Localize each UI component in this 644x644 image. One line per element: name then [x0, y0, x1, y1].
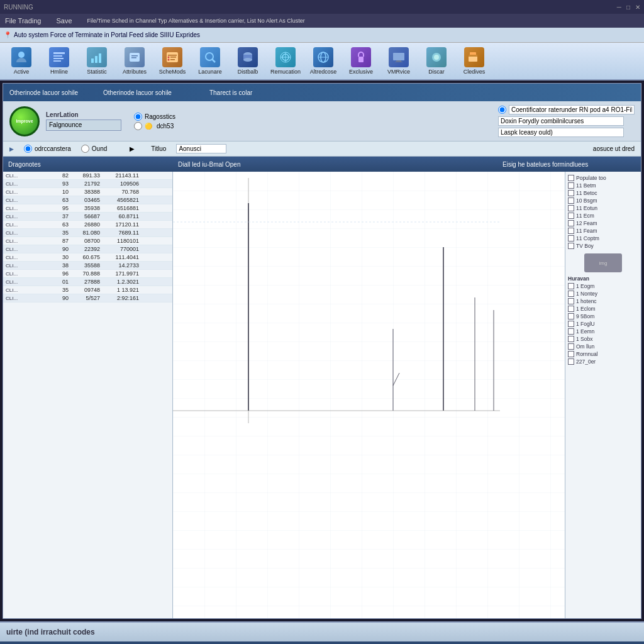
panel-title-right: Tharect is colar — [209, 89, 252, 96]
list-item[interactable]: 10 Bsgm — [568, 197, 638, 204]
right-option-1 — [498, 105, 635, 114]
sub-filter-label1: Titluo — [151, 145, 166, 152]
table-row[interactable]: CLI... 90 22392 770001 — [3, 245, 172, 253]
maximize-btn[interactable]: □ — [626, 4, 630, 11]
list-item[interactable]: 11 Betm — [568, 182, 638, 189]
svg-rect-15 — [170, 57, 176, 58]
list-item[interactable]: 1 FoglU — [568, 320, 638, 328]
sub-filter-input1[interactable] — [176, 144, 226, 153]
table-row[interactable]: CLI... 35 81.080 7689.11 — [3, 229, 172, 237]
right-option-input-2[interactable] — [498, 116, 624, 126]
table-row[interactable]: CLI... 63 03465 4565821 — [3, 196, 172, 204]
list-item[interactable]: 11 Eotun — [568, 204, 638, 212]
list-item[interactable]: 11 Betoc — [568, 189, 638, 197]
filter-radios: Ragosstics 🟡 dch53 — [134, 113, 175, 130]
svg-rect-5 — [91, 58, 94, 63]
menu-item-file[interactable]: File Trading — [3, 16, 43, 26]
toolbar-btn-hmline[interactable]: Hmline — [43, 46, 75, 76]
radio-ragosstics[interactable]: Ragosstics — [134, 113, 175, 121]
sub-radio-2[interactable]: Ound — [81, 145, 107, 153]
toolbar-btn-vmrvice[interactable]: VMRvice — [382, 46, 415, 76]
list-item[interactable]: 1 Nontey — [568, 290, 638, 297]
toolbar-btn-statistic[interactable]: Statistic — [80, 46, 113, 76]
table-row[interactable]: CLI... 37 56687 60.8711 — [3, 213, 172, 221]
menu-item-other[interactable]: File/Time Sched in Channel Typ Alternati… — [85, 16, 308, 25]
table-row[interactable]: CLI... 95 35938 6516881 — [3, 204, 172, 213]
right-option-input-1[interactable] — [509, 105, 635, 114]
main-area: Otherinode Iacuor sohile Otherinode Iacu… — [3, 83, 641, 619]
svg-point-21 — [243, 58, 252, 62]
col-header-dragonotes: Dragonotes — [6, 161, 175, 168]
toolbar-btn-active[interactable]: Active — [5, 46, 38, 76]
status-bar: uirte (ind irrachuit codes — [0, 621, 644, 641]
svg-rect-12 — [168, 55, 177, 56]
data-table: CLI... 82 891.33 21143.11 CLI... 93 2179… — [3, 172, 173, 618]
table-row[interactable]: CLI... 96 70.888 171.9971 — [3, 270, 172, 278]
address-text: Auto system Force of Terminate in Portal… — [14, 31, 200, 38]
svg-rect-10 — [131, 57, 136, 58]
list-item[interactable]: TV Boy — [568, 242, 638, 250]
toolbar-btn-discar[interactable]: Discar — [420, 46, 453, 76]
menu-bar: File Trading Save File/Time Sched in Cha… — [0, 14, 644, 28]
table-row[interactable]: CLI... 01 27888 1.2.3021 — [3, 278, 172, 286]
legend-populate-header: Populate too — [568, 174, 638, 182]
list-item[interactable]: 11 Coptm — [568, 235, 638, 242]
svg-rect-29 — [358, 57, 364, 62]
legend-panel: Populate too 11 Betm11 Betoc10 Bsgm11 Eo… — [565, 172, 641, 618]
toolbar-btn-lacunare[interactable]: Lacunare — [194, 46, 226, 76]
table-row[interactable]: CLI... 93 21792 109506 — [3, 180, 172, 188]
table-row[interactable]: CLI... 63 26880 17120.11 — [3, 221, 172, 229]
toolbar-btn-attributes[interactable]: Attributes — [118, 46, 151, 76]
filter-label: LenrLation — [46, 111, 121, 118]
list-item[interactable]: 1 Sobx — [568, 335, 638, 343]
col-header-diall: Diall led iu-Bmal Open — [175, 161, 500, 168]
list-item[interactable]: 1 Eogm — [568, 282, 638, 290]
table-row[interactable]: CLI... 90 5/527 2:92:161 — [3, 294, 172, 303]
svg-point-14 — [168, 59, 170, 61]
svg-rect-37 — [469, 55, 477, 57]
green-action-btn[interactable]: Improve — [9, 106, 40, 136]
right-options-panel — [498, 105, 635, 137]
toolbar-btn-cledives[interactable]: Cledives — [458, 46, 491, 76]
col-headers: Dragonotes Diall led iu-Bmal Open Eisig … — [3, 157, 641, 172]
toolbar-btn-distbalb[interactable]: Distbalb — [231, 46, 264, 76]
filter-row: Improve LenrLation Falgnounce Ragosstics… — [3, 101, 641, 142]
list-item[interactable]: 1 Eclom — [568, 305, 638, 313]
list-item[interactable]: 227_0er — [568, 358, 638, 365]
sub-filter-row: ▶ odrccanstera Ound ▶ Titluo aosuce ut d… — [3, 142, 641, 157]
right-option-input-3[interactable] — [498, 128, 624, 137]
list-item[interactable]: Rornnual — [568, 350, 638, 358]
table-row[interactable]: CLI... 30 60.675 111.4041 — [3, 253, 172, 262]
list-item[interactable]: Om llun — [568, 343, 638, 350]
svg-rect-4 — [53, 60, 61, 62]
close-btn[interactable]: ✕ — [635, 4, 640, 11]
chart-area — [173, 172, 565, 618]
title-bar: RUNNING ─ □ ✕ — [0, 0, 644, 14]
svg-rect-3 — [53, 58, 64, 59]
right-option-2 — [498, 116, 635, 126]
panel-title-left: Otherinode Iacuor sohile — [9, 89, 78, 96]
list-item[interactable]: 1 Eemn — [568, 328, 638, 335]
filter-input-box[interactable]: Falgnounce — [46, 119, 121, 131]
toolbar-btn-exclusive[interactable]: Exclusive — [345, 46, 377, 76]
minimize-btn[interactable]: ─ — [617, 4, 621, 11]
table-row[interactable]: CLI... 38 35588 14.2733 — [3, 262, 172, 270]
table-row[interactable]: CLI... 82 891.33 21143.11 — [3, 172, 172, 180]
menu-item-save[interactable]: Save — [53, 16, 74, 26]
list-item[interactable]: 12 Feam — [568, 219, 638, 227]
list-item[interactable]: 11 Ecm — [568, 212, 638, 219]
toolbar-btn-remucation[interactable]: Remucation — [269, 46, 302, 76]
table-row[interactable]: CLI... 35 09748 1 13.921 — [3, 286, 172, 294]
sub-radio-1[interactable]: odrccanstera — [24, 145, 71, 153]
list-item[interactable]: 9 5Bom — [568, 313, 638, 320]
chart-svg — [173, 172, 565, 618]
radio-dch53[interactable]: 🟡 dch53 — [134, 122, 175, 130]
toolbar-btn-altredcose[interactable]: Altredcose — [307, 46, 340, 76]
list-item[interactable]: 1 hotenc — [568, 297, 638, 305]
list-item[interactable]: 11 Feam — [568, 227, 638, 235]
table-row[interactable]: CLI... 10 38388 70.768 — [3, 188, 172, 196]
toolbar-btn-schemods[interactable]: ScheMods — [156, 46, 189, 76]
status-text: uirte (ind irrachuit codes — [6, 628, 95, 636]
table-row[interactable]: CLI... 87 08700 1180101 — [3, 237, 172, 245]
title-text: RUNNING — [4, 4, 33, 11]
